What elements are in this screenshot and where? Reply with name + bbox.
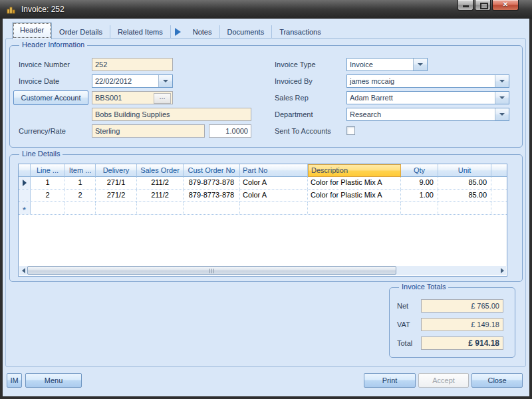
title-bar: Invoice: 252 ✕ <box>0 0 532 19</box>
maximize-button[interactable] <box>475 0 491 11</box>
tab-notes[interactable]: Notes <box>186 25 220 39</box>
window-title: Invoice: 252 <box>21 5 65 14</box>
tab-transactions[interactable]: Transactions <box>272 25 329 39</box>
menu-button[interactable]: Menu <box>25 373 82 388</box>
tab-header[interactable]: Header <box>12 22 52 39</box>
close-button[interactable]: ✕ <box>492 0 519 11</box>
tab-related-items[interactable]: Related Items <box>110 25 171 39</box>
tab-strip: Header Order Details Related Items Notes… <box>12 22 329 39</box>
tab-order-details[interactable]: Order Details <box>52 25 110 39</box>
close-icon: ✕ <box>493 1 518 8</box>
minimize-icon <box>463 5 469 7</box>
minimize-button[interactable] <box>458 0 473 11</box>
close-dialog-button[interactable]: Close <box>471 373 523 388</box>
invoice-window: Invoice: 252 ✕ Header Order Details Rela… <box>0 0 532 399</box>
im-button[interactable]: IM <box>7 373 22 388</box>
print-button[interactable]: Print <box>364 373 416 388</box>
tab-documents[interactable]: Documents <box>220 25 273 39</box>
app-icon <box>6 4 17 15</box>
maximize-icon <box>480 3 488 9</box>
notes-arrow-icon <box>171 25 186 39</box>
accept-button[interactable]: Accept <box>418 373 469 388</box>
tab-page-border <box>5 38 526 367</box>
